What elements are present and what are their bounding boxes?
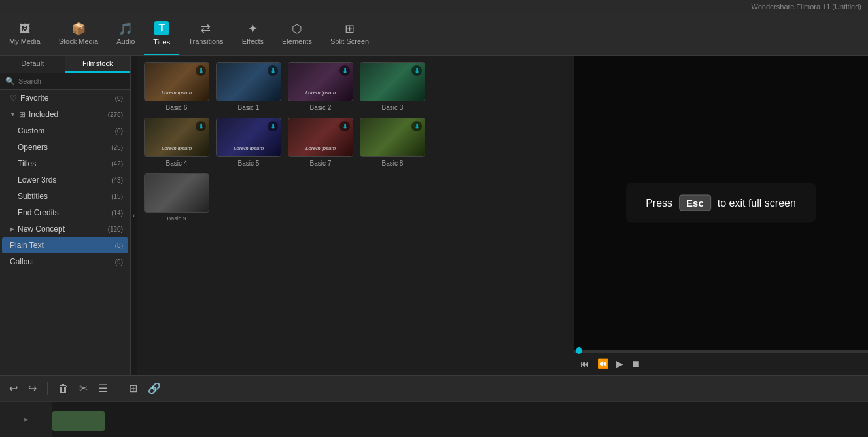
- included-group-icon: ⊞: [19, 110, 26, 119]
- sidebar-item-callout-label: Callout: [10, 257, 34, 266]
- nav-transitions[interactable]: ⇄ Transitions: [179, 13, 232, 55]
- tab-row: Default Filmstock: [0, 56, 130, 73]
- sidebar-item-openers-label: Openers: [18, 143, 48, 152]
- thumb-basic6-img: Lorem ipsum ⬇: [144, 62, 209, 101]
- tab-default[interactable]: Default: [0, 56, 65, 73]
- sidebar-item-new-concept-label: New Concept: [18, 224, 65, 234]
- sidebar-item-new-concept[interactable]: ▶ New Concept (120): [2, 221, 128, 237]
- download-icon[interactable]: ⬇: [411, 65, 422, 76]
- add-to-timeline-button[interactable]: ⊞: [126, 379, 140, 397]
- download-icon[interactable]: ⬇: [196, 121, 206, 131]
- more-button[interactable]: ☰: [95, 379, 110, 397]
- playback-controls: ⏮ ⏪ ▶ ⏹: [580, 358, 640, 369]
- thumb-basic8-img: ⬇: [360, 118, 425, 157]
- end-credits-count: (14): [111, 209, 123, 217]
- download-icon[interactable]: ⬇: [411, 121, 422, 131]
- nav-elements[interactable]: ⬡ Elements: [273, 13, 321, 55]
- download-icon[interactable]: ⬇: [196, 65, 206, 76]
- nav-stock-media-label: Stock Media: [59, 37, 99, 45]
- thumb-basic1[interactable]: ⬇ Basic 1: [216, 62, 281, 111]
- timeline-clip[interactable]: [52, 411, 105, 431]
- audio-icon: 🎵: [118, 23, 133, 35]
- thumb-basic5[interactable]: Lorem ipsum ⬇ Basic 5: [216, 118, 281, 167]
- my-media-icon: 🖼: [19, 23, 31, 35]
- sidebar-item-favorite[interactable]: ♡ Favorite (0): [2, 90, 128, 106]
- nav-stock-media[interactable]: 📦 Stock Media: [50, 13, 108, 55]
- nav-split-screen[interactable]: ⊞ Split Screen: [321, 13, 378, 55]
- thumb-basic3-label: Basic 3: [382, 104, 404, 111]
- sidebar-item-openers[interactable]: Openers (25): [2, 139, 128, 155]
- sidebar-item-lower3rds[interactable]: Lower 3rds (43): [2, 172, 128, 188]
- content-area: Lorem ipsum ⬇ Basic 6 ⬇ Basic 1 Lorem ip…: [137, 56, 574, 375]
- effects-icon: ✦: [248, 23, 258, 35]
- included-count: (276): [108, 111, 123, 118]
- toolbar-divider2: [118, 382, 118, 395]
- thumb-basic7[interactable]: Lorem ipsum ⬇ Basic 7: [288, 118, 353, 167]
- elements-icon: ⬡: [292, 23, 302, 35]
- app-title: Wondershare Filmora 11 (Untitled): [751, 3, 861, 10]
- nav-audio[interactable]: 🎵 Audio: [107, 13, 144, 55]
- sidebar-item-custom-label: Custom: [18, 126, 44, 135]
- press-label: Press: [646, 197, 672, 209]
- thumb-basic4[interactable]: Lorem ipsum ⬇ Basic 4: [144, 118, 209, 167]
- delete-button[interactable]: 🗑: [56, 380, 71, 397]
- download-icon[interactable]: ⬇: [339, 121, 350, 131]
- timeline-area: ▶: [0, 401, 868, 437]
- lower3rds-count: (43): [111, 177, 123, 184]
- esc-badge: Esc: [679, 195, 711, 211]
- thumb-basic6[interactable]: Lorem ipsum ⬇ Basic 6: [144, 62, 209, 111]
- new-concept-expand-icon: ▶: [10, 226, 14, 232]
- overlay-notification: Press Esc to exit full screen: [626, 183, 816, 223]
- sidebar-list: ♡ Favorite (0) ▼ ⊞ Included (276) Custom: [0, 90, 130, 375]
- sidebar-item-plain-text[interactable]: Plain Text (8): [2, 237, 128, 253]
- split-screen-icon: ⊞: [345, 23, 355, 35]
- stop-button[interactable]: ⏹: [631, 358, 640, 369]
- thumb-basic2-label: Basic 2: [310, 104, 332, 111]
- nav-my-media-label: My Media: [9, 37, 41, 45]
- nav-effects[interactable]: ✦ Effects: [233, 13, 273, 55]
- step-back-button[interactable]: ⏪: [597, 358, 608, 369]
- sidebar-item-titles[interactable]: Titles (42): [2, 156, 128, 171]
- thumb-basic2[interactable]: Lorem ipsum ⬇ Basic 2: [288, 62, 353, 111]
- sidebar-item-custom[interactable]: Custom (0): [2, 123, 128, 139]
- left-panel: Default Filmstock 🔍 ♡ Favorite (0): [0, 56, 131, 375]
- sidebar-item-callout[interactable]: Callout (9): [2, 254, 128, 270]
- sidebar-item-end-credits[interactable]: End Credits (14): [2, 205, 128, 220]
- nav-my-media[interactable]: 🖼 My Media: [0, 13, 50, 55]
- new-concept-count: (120): [108, 226, 123, 233]
- undo-button[interactable]: ↩: [7, 379, 20, 397]
- download-icon[interactable]: ⬇: [268, 65, 278, 76]
- titles-icon: T: [154, 21, 169, 35]
- panel-collapse-arrow[interactable]: ‹: [131, 56, 137, 375]
- progress-track: [574, 350, 868, 352]
- openers-count: (25): [111, 144, 123, 151]
- thumb-basic7-img: Lorem ipsum ⬇: [288, 118, 353, 157]
- thumb-basic9[interactable]: Basic 9: [144, 173, 209, 222]
- download-icon[interactable]: ⬇: [339, 65, 350, 76]
- search-input[interactable]: [18, 77, 125, 85]
- thumbnails-grid: Lorem ipsum ⬇ Basic 6 ⬇ Basic 1 Lorem ip…: [144, 62, 567, 222]
- subtitles-count: (15): [111, 193, 123, 200]
- sidebar-item-subtitles-label: Subtitles: [18, 192, 48, 201]
- top-bar: Wondershare Filmora 11 (Untitled): [0, 0, 868, 13]
- cut-button[interactable]: ✂: [77, 379, 90, 397]
- download-icon[interactable]: ⬇: [268, 121, 278, 131]
- play-button[interactable]: ▶: [616, 358, 623, 369]
- nav-toolbar: 🖼 My Media 📦 Stock Media 🎵 Audio T Title…: [0, 13, 868, 56]
- transitions-icon: ⇄: [201, 23, 211, 35]
- prev-frame-button[interactable]: ⏮: [580, 358, 589, 369]
- nav-titles[interactable]: T Titles: [144, 13, 179, 55]
- tab-filmstock[interactable]: Filmstock: [65, 56, 131, 73]
- nav-elements-label: Elements: [282, 37, 312, 45]
- thumb-basic3[interactable]: ⬇ Basic 3: [360, 62, 425, 111]
- thumb-basic3-img: ⬇: [360, 62, 425, 101]
- sidebar-item-included-label: Included: [29, 110, 58, 119]
- link-button[interactable]: 🔗: [145, 379, 164, 397]
- sidebar-item-subtitles[interactable]: Subtitles (15): [2, 188, 128, 204]
- playhead-indicator[interactable]: [576, 347, 582, 354]
- sidebar-item-favorite-label: Favorite: [20, 94, 48, 103]
- sidebar-item-included[interactable]: ▼ ⊞ Included (276): [2, 107, 128, 122]
- sidebar-item-titles-label: Titles: [18, 159, 36, 168]
- redo-button[interactable]: ↪: [26, 379, 39, 397]
- thumb-basic8[interactable]: ⬇ Basic 8: [360, 118, 425, 167]
